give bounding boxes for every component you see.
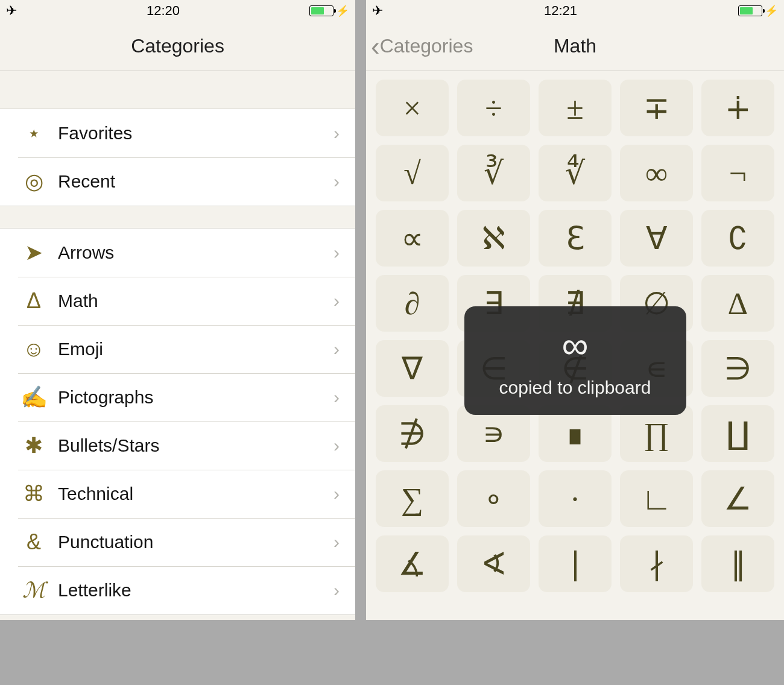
row-label: Math: [49, 291, 334, 311]
row-pictographs[interactable]: ✍ Pictographs ›: [0, 373, 355, 421]
chevron-left-icon: ‹: [371, 33, 380, 60]
symbol-tile[interactable]: ∝: [376, 210, 449, 267]
row-label: Technical: [49, 484, 334, 504]
navbar: Categories: [0, 22, 355, 71]
chevron-right-icon: ›: [334, 171, 340, 192]
list-group-categories: ➤ Arrows › Δ Math › ☺ Emoji › ✍ Pictogra…: [0, 228, 355, 615]
row-arrows[interactable]: ➤ Arrows ›: [0, 229, 355, 277]
symbol-tile[interactable]: √: [376, 145, 449, 201]
row-bullets-stars[interactable]: ✱ Bullets/Stars ›: [0, 421, 355, 470]
airplane-mode-icon: ✈: [372, 3, 383, 19]
symbol-grid-container: ×÷±∓∔√∛∜∞¬∝ℵℇ∀∁∂∃∄∅∆∇∈∉∊∋∌∍∎∏∐∑∘∙∟∠∡∢∣∤∥…: [366, 71, 784, 620]
chevron-right-icon: ›: [334, 387, 340, 408]
screen-categories: ✈ 12:20 ⚡ Categories ⋆ Favorites › ◎ Rec…: [0, 0, 355, 620]
symbol-tile[interactable]: ∜: [539, 145, 612, 201]
symbol-tile[interactable]: ∣: [539, 535, 612, 592]
symbol-tile[interactable]: ∋: [701, 340, 774, 397]
back-button[interactable]: ‹ Categories: [366, 33, 473, 60]
row-letterlike[interactable]: ℳ Letterlike ›: [0, 566, 355, 614]
toast-symbol: ∞: [476, 327, 674, 364]
asterisk-icon: ✱: [18, 433, 49, 458]
symbol-tile[interactable]: ∌: [376, 405, 449, 462]
row-recent[interactable]: ◎ Recent ›: [0, 157, 355, 206]
star-icon: ⋆: [18, 121, 49, 146]
row-label: Recent: [49, 171, 334, 192]
symbol-tile[interactable]: ∤: [620, 535, 693, 592]
chevron-right-icon: ›: [334, 580, 340, 601]
ampersand-icon: &: [18, 529, 49, 555]
row-favorites[interactable]: ⋆ Favorites ›: [0, 109, 355, 157]
status-bar: ✈ 12:20 ⚡: [0, 0, 355, 22]
chevron-right-icon: ›: [334, 339, 340, 359]
writing-hand-icon: ✍: [18, 385, 49, 410]
symbol-tile[interactable]: ℇ: [539, 210, 612, 267]
symbol-tile[interactable]: ∟: [620, 470, 693, 527]
symbol-tile[interactable]: ∢: [457, 535, 530, 592]
row-emoji[interactable]: ☺ Emoji ›: [0, 325, 355, 373]
symbol-tile[interactable]: ∞: [620, 145, 693, 201]
row-label: Emoji: [49, 339, 334, 359]
row-label: Pictographs: [49, 387, 334, 408]
symbol-tile[interactable]: ∠: [701, 470, 774, 527]
symbol-tile[interactable]: ∇: [376, 340, 449, 397]
symbol-tile[interactable]: ℵ: [457, 210, 530, 267]
symbol-tile[interactable]: ∡: [376, 535, 449, 592]
chevron-right-icon: ›: [334, 532, 340, 552]
symbol-tile[interactable]: ∙: [539, 470, 612, 527]
row-label: Punctuation: [49, 532, 334, 552]
chevron-right-icon: ›: [334, 123, 340, 144]
status-time: 12:21: [383, 3, 738, 19]
back-label: Categories: [380, 35, 473, 57]
symbol-tile[interactable]: ∑: [376, 470, 449, 527]
symbol-tile[interactable]: ×: [376, 80, 449, 136]
face-icon: ☺: [18, 336, 49, 362]
battery-icon: [738, 5, 762, 16]
row-label: Bullets/Stars: [49, 435, 334, 456]
chevron-right-icon: ›: [334, 484, 340, 504]
symbol-tile[interactable]: ∆: [701, 275, 774, 332]
script-m-icon: ℳ: [18, 578, 49, 603]
row-technical[interactable]: ⌘ Technical ›: [0, 470, 355, 518]
status-time: 12:20: [17, 3, 309, 19]
toast-message: copied to clipboard: [476, 377, 674, 398]
charging-icon: ⚡: [765, 4, 778, 17]
row-label: Favorites: [49, 123, 334, 144]
symbol-tile[interactable]: ∥: [701, 535, 774, 592]
symbol-tile[interactable]: ¬: [701, 145, 774, 201]
symbol-tile[interactable]: ∐: [701, 405, 774, 462]
delta-icon: Δ: [18, 288, 49, 314]
charging-icon: ⚡: [336, 4, 349, 17]
row-label: Letterlike: [49, 580, 334, 601]
command-icon: ⌘: [18, 481, 49, 507]
symbol-tile[interactable]: ∘: [457, 470, 530, 527]
section-gap: [0, 206, 355, 228]
arrow-icon: ➤: [18, 240, 49, 265]
airplane-mode-icon: ✈: [6, 3, 17, 19]
chevron-right-icon: ›: [334, 291, 340, 311]
symbol-tile[interactable]: ±: [539, 80, 612, 136]
chevron-right-icon: ›: [334, 435, 340, 456]
symbol-tile[interactable]: ∀: [620, 210, 693, 267]
circle-dot-icon: ◎: [18, 169, 49, 194]
symbol-tile[interactable]: ∔: [701, 80, 774, 136]
row-math[interactable]: Δ Math ›: [0, 277, 355, 325]
copied-toast: ∞ copied to clipboard: [464, 306, 686, 415]
symbol-tile[interactable]: ÷: [457, 80, 530, 136]
page-title: Categories: [0, 35, 355, 57]
symbol-tile[interactable]: ∁: [701, 210, 774, 267]
chevron-right-icon: ›: [334, 242, 340, 263]
screen-math: ✈ 12:21 ⚡ ‹ Categories Math ×÷±∓∔√∛∜∞¬∝ℵ…: [366, 0, 784, 620]
symbol-tile[interactable]: ∛: [457, 145, 530, 201]
battery-icon: [309, 5, 334, 16]
row-punctuation[interactable]: & Punctuation ›: [0, 518, 355, 566]
list-group-quick: ⋆ Favorites › ◎ Recent ›: [0, 109, 355, 206]
status-bar: ✈ 12:21 ⚡: [366, 0, 784, 22]
symbol-tile[interactable]: ∓: [620, 80, 693, 136]
section-gap: [0, 71, 355, 109]
row-label: Arrows: [49, 242, 334, 263]
navbar: ‹ Categories Math: [366, 22, 784, 71]
symbol-tile[interactable]: ∂: [376, 275, 449, 332]
